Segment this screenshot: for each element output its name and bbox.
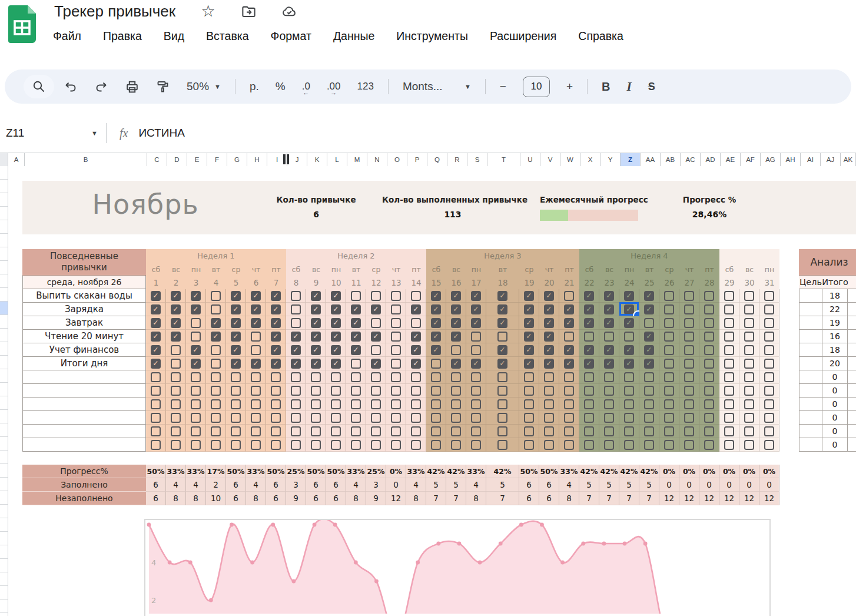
habit-checkbox-cell[interactable]: ✓ [639,303,659,316]
paint-format-button[interactable] [156,80,170,94]
progress-cell[interactable]: 50% [326,465,346,478]
habit-checkbox-cell[interactable] [406,425,426,438]
progress-cell[interactable]: 0 [739,478,759,492]
progress-cell[interactable]: 9 [366,492,386,505]
day-number-cell[interactable]: 25 [639,276,659,289]
habit-checkbox-cell[interactable] [719,370,739,384]
habit-checkbox-cell[interactable] [186,411,206,425]
menu-item-файл[interactable]: Файл [53,29,81,43]
progress-cell[interactable]: 6 [306,478,326,492]
progress-cell[interactable]: 6 [226,492,246,505]
day-name-cell[interactable]: ср [226,263,246,276]
day-name-cell[interactable]: пт [406,263,426,276]
habit-checkbox-cell[interactable] [226,411,246,425]
habit-checkbox-cell[interactable] [486,330,519,343]
row-header[interactable] [0,410,8,423]
habit-checkbox-cell[interactable] [719,330,739,343]
column-header-D[interactable]: D [167,153,187,167]
day-number-cell[interactable]: 20 [539,276,559,289]
day-number-cell[interactable]: 9 [306,276,326,289]
habit-checkbox-cell[interactable] [719,438,739,452]
column-header-N[interactable]: N [367,153,387,167]
habit-checkbox-cell[interactable] [639,316,659,330]
habit-checkbox-cell[interactable] [519,411,539,425]
habit-checkbox-cell[interactable] [739,438,759,452]
decrease-font-size-button[interactable]: − [500,80,506,93]
habit-checkbox-cell[interactable]: ✓ [599,289,619,303]
analysis-extra-cell[interactable] [848,370,856,384]
month-summary-banner[interactable]: Ноябрь Кол-во привычке 6 Кол-во выполнен… [22,181,856,234]
progress-cell[interactable]: 6 [266,478,286,492]
habit-checkbox-cell[interactable] [186,425,206,438]
habit-checkbox-cell[interactable] [579,384,599,398]
habit-checkbox-cell[interactable] [466,438,486,452]
habit-checkbox-cell[interactable] [739,316,759,330]
progress-row-label[interactable]: Незаполнено [22,492,146,505]
habit-checkbox-cell[interactable]: ✓ [366,357,386,370]
habit-checkbox-cell[interactable] [719,411,739,425]
progress-cell[interactable]: 6 [226,478,246,492]
total-cell[interactable]: 22 [822,303,848,316]
habit-checkbox-cell[interactable]: ✓ [306,330,326,343]
progress-cell[interactable]: 5 [599,478,619,492]
progress-cell[interactable]: 5 [446,478,466,492]
habit-count-stat[interactable]: Кол-во привычке 6 [263,195,369,219]
habit-checkbox-cell[interactable] [366,370,386,384]
habit-checkbox-cell[interactable] [599,438,619,452]
habit-checkbox-cell[interactable] [559,330,579,343]
habit-checkbox-cell[interactable] [739,398,759,411]
progress-cell[interactable]: 12 [759,492,779,505]
column-header-AD[interactable]: AD [701,153,721,167]
day-name-cell[interactable]: ср [519,263,539,276]
habit-name-cell[interactable]: Учет финансов [22,343,146,357]
habit-checkbox-cell[interactable]: ✓ [266,316,286,330]
week-header-cell[interactable]: Неделя 2 [286,249,426,263]
progress-cell[interactable]: 5 [486,478,519,492]
habit-checkbox-cell[interactable]: ✓ [186,303,206,316]
progress-cell[interactable]: 42% [446,465,466,478]
habit-checkbox-cell[interactable] [559,289,579,303]
progress-cell[interactable]: 4 [466,478,486,492]
progress-cell[interactable]: 4 [166,478,186,492]
habit-checkbox-cell[interactable] [519,438,539,452]
total-cell[interactable]: 0 [822,438,848,452]
habit-checkbox-cell[interactable]: ✓ [426,303,446,316]
habit-checkbox-cell[interactable]: ✓ [539,316,559,330]
row-header[interactable] [0,600,8,613]
habit-checkbox-cell[interactable] [579,330,599,343]
habit-checkbox-cell[interactable] [246,370,266,384]
habit-checkbox-cell[interactable]: ✓ [639,343,659,357]
increase-font-size-button[interactable]: + [566,80,573,93]
habit-checkbox-cell[interactable]: ✓ [519,343,539,357]
day-name-cell[interactable]: вт [639,263,659,276]
habit-checkbox-cell[interactable]: ✓ [246,303,266,316]
habit-checkbox-cell[interactable]: ✓ [346,343,366,357]
habit-checkbox-cell[interactable]: ✓ [559,303,579,316]
day-name-cell[interactable]: вс [739,263,759,276]
habit-checkbox-cell[interactable]: ✓ [466,357,486,370]
habit-checkbox-cell[interactable]: ✓ [346,303,366,316]
habit-checkbox-cell[interactable] [539,398,559,411]
habit-checkbox-cell[interactable]: ✓ [306,316,326,330]
column-header-H[interactable]: H [247,153,267,167]
percent-format-button[interactable]: % [276,80,286,93]
progress-cell[interactable]: 0% [679,465,699,478]
habit-checkbox-cell[interactable] [446,438,466,452]
habit-checkbox-cell[interactable] [446,398,466,411]
habit-checkbox-cell[interactable] [699,370,719,384]
day-name-cell[interactable]: пн [619,263,639,276]
habit-checkbox-cell[interactable] [206,425,226,438]
habit-checkbox-cell[interactable] [426,438,446,452]
habit-checkbox-cell[interactable] [519,370,539,384]
habit-checkbox-cell[interactable] [486,398,519,411]
row-header[interactable] [0,383,8,396]
column-header-B[interactable]: B [25,153,147,167]
habit-checkbox-cell[interactable] [559,438,579,452]
progress-cell[interactable]: 5 [619,478,639,492]
habit-checkbox-cell[interactable] [659,370,679,384]
day-number-cell[interactable]: 1 [146,276,166,289]
habit-checkbox-cell[interactable]: ✓ [486,316,519,330]
week-header-cell[interactable]: Неделя 3 [426,249,579,263]
habit-checkbox-cell[interactable] [699,303,719,316]
habit-checkbox-cell[interactable]: ✓ [306,289,326,303]
